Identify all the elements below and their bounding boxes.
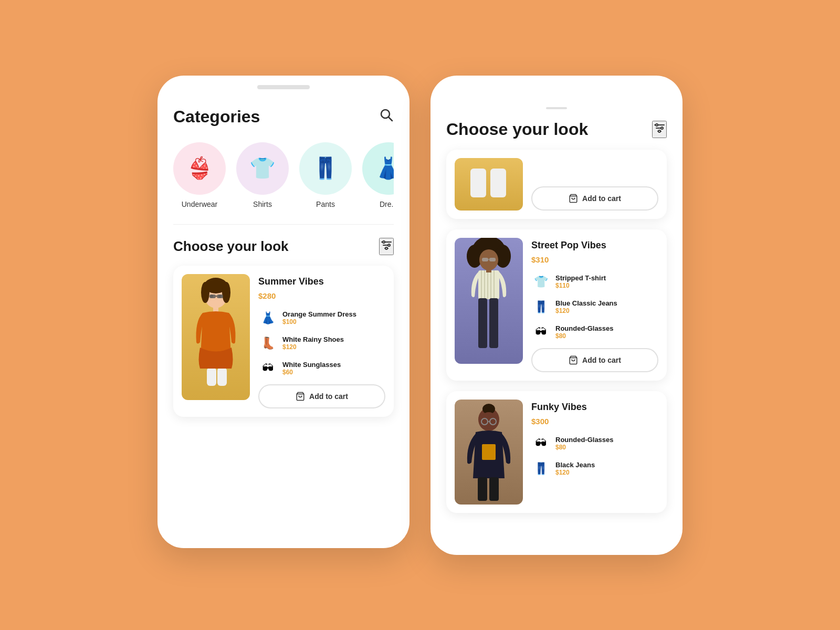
svg-point-26 — [658, 130, 660, 132]
jeans-icon: 👖 — [531, 298, 550, 317]
item-row-shoes: 👢 White Rainy Shoes $120 — [258, 334, 385, 353]
filter-button[interactable] — [379, 238, 394, 255]
search-icon — [379, 108, 394, 122]
svg-point-25 — [661, 127, 663, 129]
glasses-name: Rounded-Glasses — [555, 324, 614, 332]
svg-point-7 — [385, 247, 387, 249]
svg-rect-56 — [478, 477, 487, 501]
categories-row: 👙 Underwear 👕 Shirts 👖 Pants 👗 — [173, 142, 394, 208]
category-label-dresses: Dre... — [380, 200, 394, 208]
category-shirts[interactable]: 👕 Shirts — [236, 142, 289, 208]
add-to-cart-summer-2[interactable]: Add to cart — [531, 186, 658, 211]
svg-point-10 — [201, 282, 209, 303]
svg-rect-55 — [482, 444, 496, 460]
summer-vibes-card: Summer Vibes $280 👗 Orange Summer Dress … — [173, 266, 394, 417]
summer-partial-details: Add to cart — [531, 158, 658, 211]
glasses-info: Rounded-Glasses $80 — [555, 324, 614, 340]
phones-container: Categories 👙 Underwear 👕 Shirts — [79, 76, 761, 555]
svg-point-5 — [383, 241, 385, 243]
phone1-header: Categories — [173, 107, 394, 127]
cart-icon-2 — [569, 194, 578, 203]
add-to-cart-summer[interactable]: Add to cart — [258, 384, 385, 408]
street-person-svg — [455, 238, 523, 364]
cart-icon — [296, 392, 305, 401]
add-to-cart-street[interactable]: Add to cart — [531, 348, 658, 372]
categories-title: Categories — [173, 107, 260, 127]
svg-rect-57 — [489, 477, 499, 501]
category-circle-pants: 👖 — [299, 142, 352, 195]
svg-point-24 — [656, 124, 658, 126]
category-dresses[interactable]: 👗 Dre... — [362, 142, 394, 208]
rounded-glasses-name: Rounded-Glasses — [555, 436, 614, 444]
svg-rect-46 — [486, 268, 491, 272]
summer-vibes-price: $280 — [258, 291, 385, 300]
search-button[interactable] — [379, 108, 394, 125]
funky-vibes-image — [455, 400, 523, 505]
rounded-glasses-icon: 🕶 — [531, 434, 550, 453]
summer-person-svg — [182, 274, 250, 400]
category-underwear[interactable]: 👙 Underwear — [173, 142, 226, 208]
section-title: Choose your look — [173, 238, 289, 255]
svg-rect-19 — [217, 368, 227, 386]
black-jeans-price: $120 — [555, 469, 595, 476]
jeans-info: Blue Classic Jeans $120 — [555, 299, 617, 314]
category-circle-shirts: 👕 — [236, 142, 289, 195]
category-circle-underwear: 👙 — [173, 142, 226, 195]
shoes-icon: 👢 — [258, 334, 277, 353]
item-row-glasses: 🕶 Rounded-Glasses $80 — [531, 323, 658, 342]
item-row-sunglasses: 🕶 White Sunglasses $60 — [258, 359, 385, 378]
summer-partial-svg — [455, 158, 523, 211]
sunglasses-info: White Sunglasses $60 — [282, 361, 341, 376]
dress-name: Orange Summer Dress — [282, 310, 356, 318]
svg-rect-39 — [481, 270, 482, 299]
phone2-header: Choose your look — [446, 120, 667, 139]
svg-rect-40 — [484, 270, 485, 299]
shoes-name: White Rainy Shoes — [282, 335, 344, 343]
funky-vibes-details: Funky Vibes $300 🕶 Rounded-Glasses $80 👖… — [531, 400, 658, 505]
rounded-glasses-price: $80 — [555, 444, 614, 451]
svg-point-11 — [222, 282, 230, 303]
item-row-tshirt: 👕 Stripped T-shirt $110 — [531, 272, 658, 291]
svg-rect-27 — [470, 169, 486, 197]
glasses-icon: 🕶 — [531, 323, 550, 342]
category-label-shirts: Shirts — [253, 200, 272, 208]
pants-icon: 👖 — [312, 156, 339, 181]
svg-rect-42 — [490, 270, 491, 299]
svg-rect-41 — [487, 270, 488, 299]
category-label-underwear: Underwear — [182, 200, 217, 208]
black-jeans-name: Black Jeans — [555, 461, 595, 469]
shirts-icon: 👕 — [249, 156, 276, 181]
tshirt-name: Stripped T-shirt — [555, 274, 606, 282]
street-pop-details: Street Pop Vibes $310 👕 Stripped T-shirt… — [531, 238, 658, 372]
dress-icon: 👗 — [258, 309, 277, 328]
scroll-indicator — [546, 107, 567, 109]
item-row-dress: 👗 Orange Summer Dress $100 — [258, 309, 385, 328]
category-pants[interactable]: 👖 Pants — [299, 142, 352, 208]
cart-icon-3 — [569, 355, 578, 365]
divider — [173, 224, 394, 225]
summer-partial-image — [455, 158, 523, 211]
funky-person-svg — [455, 400, 523, 505]
summer-vibes-image — [182, 274, 250, 400]
tshirt-price: $110 — [555, 282, 606, 289]
svg-point-6 — [388, 244, 390, 246]
item-row-rounded-glasses: 🕶 Rounded-Glasses $80 — [531, 434, 658, 453]
jeans-price: $120 — [555, 307, 617, 314]
jeans-name: Blue Classic Jeans — [555, 299, 617, 307]
phone-2: Choose your look — [430, 76, 682, 555]
tshirt-info: Stripped T-shirt $110 — [555, 274, 606, 289]
street-pop-image — [455, 238, 523, 364]
phone-1: Categories 👙 Underwear 👕 Shirts — [158, 76, 410, 548]
summer-vibes-partial-card: Add to cart — [446, 150, 667, 219]
street-pop-price: $310 — [531, 255, 658, 264]
summer-vibes-details: Summer Vibes $280 👗 Orange Summer Dress … — [258, 274, 385, 408]
svg-rect-15 — [217, 295, 223, 298]
svg-rect-35 — [482, 258, 488, 261]
shoes-info: White Rainy Shoes $120 — [282, 335, 344, 351]
street-pop-name: Street Pop Vibes — [531, 240, 658, 251]
summer-vibes-name: Summer Vibes — [258, 276, 385, 287]
filter-button-2[interactable] — [652, 121, 667, 138]
phone-notch — [257, 85, 310, 89]
section-header: Choose your look — [173, 238, 394, 255]
filter-icon — [380, 239, 393, 251]
